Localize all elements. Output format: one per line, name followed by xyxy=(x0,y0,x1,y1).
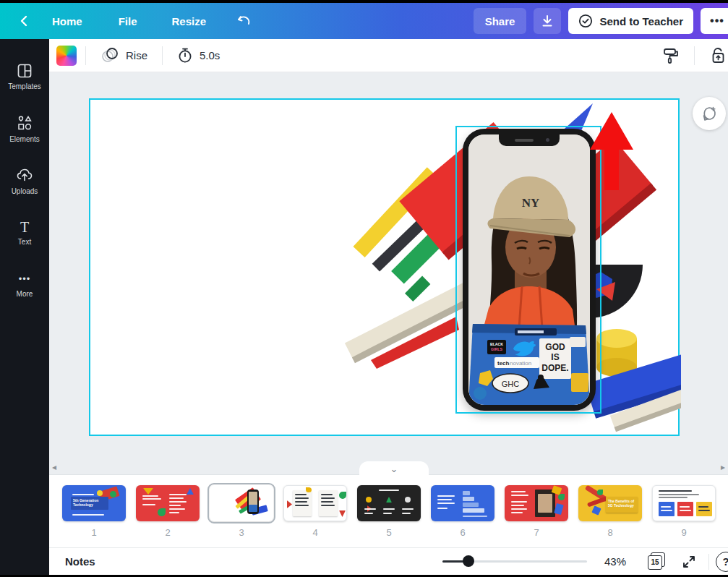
page-thumbnail[interactable] xyxy=(357,485,421,521)
status-divider xyxy=(708,554,709,570)
sidebar-item-templates[interactable]: Templates xyxy=(0,51,49,103)
send-to-teacher-label: Send to Teacher xyxy=(599,15,683,27)
canvas-area[interactable]: NY BLACK GIRLS xyxy=(49,72,728,474)
page-number: 5 xyxy=(386,527,391,538)
page-thumbnail[interactable]: 5th Generation Technology xyxy=(62,485,126,521)
more-dots-icon: ••• xyxy=(710,14,724,27)
page-number: 8 xyxy=(607,527,612,538)
sidebar-item-elements[interactable]: Elements xyxy=(0,103,49,155)
expand-arrows-icon xyxy=(682,555,696,569)
filmstrip-page-7: 7 xyxy=(505,485,568,538)
share-button[interactable]: Share xyxy=(474,8,527,34)
filmstrip-page-3: 3 xyxy=(210,485,273,538)
filmstrip-page-5: 5 xyxy=(357,485,421,538)
duration-label: 5.0s xyxy=(200,49,220,61)
svg-text:NY: NY xyxy=(522,196,540,210)
page-thumbnail[interactable] xyxy=(136,485,200,521)
svg-text:GIRLS: GIRLS xyxy=(491,347,502,351)
object-panel-sidebar: Templates Elements Uploads T Text ••• Mo… xyxy=(0,39,49,577)
menu-file[interactable]: File xyxy=(108,9,147,33)
fullscreen-button[interactable] xyxy=(680,552,698,571)
woman-with-laptop-photo: NY BLACK GIRLS xyxy=(468,134,590,405)
bottom-panel: ⌄ ◂ ▸ 5th Generation Technology 1 xyxy=(49,474,728,575)
comment-button[interactable] xyxy=(693,97,726,130)
page-thumbnail[interactable] xyxy=(431,485,494,521)
menu-home[interactable]: Home xyxy=(42,9,93,33)
filmstrip-page-9: 9 xyxy=(652,485,716,538)
toolbar-divider xyxy=(162,46,163,65)
phone-notch xyxy=(499,134,560,146)
templates-icon xyxy=(17,63,33,79)
page-thumbnail[interactable]: The Benefits of 5G Technology xyxy=(578,485,642,521)
filmstrip-scroll-right-icon[interactable]: ▸ xyxy=(721,462,725,472)
animate-button[interactable]: Rise xyxy=(95,43,153,68)
text-icon: T xyxy=(20,220,29,234)
toolbar-divider xyxy=(694,46,695,65)
notes-button[interactable]: Notes xyxy=(65,555,95,568)
undo-button[interactable] xyxy=(232,9,257,33)
sidebar-item-uploads[interactable]: Uploads xyxy=(0,155,49,207)
svg-text:tech: tech xyxy=(497,360,510,367)
page-thumbnail-selected[interactable] xyxy=(210,485,273,521)
top-bar: Home File Resize Share Send to Teacher xyxy=(0,3,728,39)
svg-text:novation: novation xyxy=(510,360,531,367)
lock-button[interactable] xyxy=(703,42,728,69)
page-thumbnail[interactable] xyxy=(283,485,347,521)
undo-icon xyxy=(236,14,252,27)
download-button[interactable] xyxy=(534,8,561,34)
zoom-slider-knob[interactable] xyxy=(463,555,474,567)
page-number: 7 xyxy=(534,527,539,538)
page-thumbnail[interactable] xyxy=(505,485,568,521)
sidebar-item-text[interactable]: T Text xyxy=(0,207,49,259)
more-icon: ••• xyxy=(19,272,31,286)
zoom-slider-track[interactable] xyxy=(442,560,587,563)
roll-styles-button[interactable] xyxy=(656,42,685,69)
page-thumbnail[interactable] xyxy=(652,485,716,521)
sticker-black-girls-text: BLACK xyxy=(490,342,503,346)
phone-screen-photo: NY BLACK GIRLS xyxy=(468,134,590,405)
send-to-teacher-button[interactable]: Send to Teacher xyxy=(568,8,693,34)
background-color-swatch[interactable] xyxy=(56,46,77,66)
grid-view-button[interactable]: 15 xyxy=(648,552,667,571)
page-number: 1 xyxy=(91,527,96,538)
unlock-icon xyxy=(709,46,728,65)
collapse-filmstrip-tab[interactable]: ⌄ xyxy=(359,461,429,476)
filmstrip-scroll-left-icon[interactable]: ◂ xyxy=(52,462,56,472)
editor-toolbar: Rise 5.0s xyxy=(49,39,728,72)
sidebar-label: Templates xyxy=(8,82,41,90)
filmstrip-page-2: 2 xyxy=(136,485,200,538)
help-button[interactable]: ? xyxy=(716,552,728,572)
sidebar-label: More xyxy=(17,290,33,298)
more-options-button[interactable]: ••• xyxy=(701,8,728,34)
menu-resize[interactable]: Resize xyxy=(162,9,217,33)
zoom-slider[interactable] xyxy=(442,560,587,563)
page-number: 2 xyxy=(165,527,170,538)
back-chevron-icon xyxy=(19,15,29,27)
animate-label: Rise xyxy=(126,49,147,61)
back-button[interactable] xyxy=(12,9,36,33)
svg-text:GOD: GOD xyxy=(545,342,565,352)
page-number: 9 xyxy=(681,527,686,538)
elements-icon xyxy=(16,114,33,132)
check-circle-icon xyxy=(578,14,593,28)
sidebar-item-more[interactable]: ••• More xyxy=(0,259,49,311)
sidebar-label: Elements xyxy=(9,135,40,143)
svg-text:IS: IS xyxy=(551,352,559,362)
page-number: 6 xyxy=(460,527,465,538)
filmstrip-page-6: 6 xyxy=(431,485,494,538)
duration-button[interactable]: 5.0s xyxy=(171,43,226,69)
red-arrow-annotation xyxy=(586,112,638,190)
animate-rise-icon xyxy=(100,48,119,64)
filmstrip-page-1: 5th Generation Technology 1 xyxy=(62,485,126,538)
canva-editor-window: Home File Resize Share Send to Teacher xyxy=(0,0,728,577)
stopwatch-icon xyxy=(177,47,193,64)
paint-roller-icon xyxy=(662,46,680,65)
page-number: 3 xyxy=(239,527,244,538)
phone-mockup-image[interactable]: NY BLACK GIRLS xyxy=(463,129,596,411)
page-number: 4 xyxy=(312,527,317,538)
zoom-percentage[interactable]: 43% xyxy=(604,555,626,568)
uploads-icon xyxy=(16,166,33,184)
page-filmstrip: 5th Generation Technology 1 xyxy=(62,485,716,538)
status-bar: Notes 43% 15 ? xyxy=(49,547,728,575)
sidebar-label: Uploads xyxy=(12,187,38,195)
